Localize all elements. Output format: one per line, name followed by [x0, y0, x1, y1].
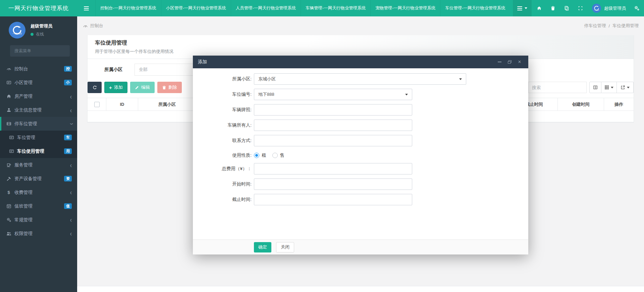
minimize-button[interactable] — [496, 58, 503, 66]
profile-status-text: 在线 — [36, 31, 44, 37]
tab-parking[interactable]: 车位管理-一网天行物业管理系统 — [440, 0, 510, 16]
tab-personnel[interactable]: 人员管理-一网天行物业管理系统 — [231, 0, 301, 16]
tab-pet[interactable]: 宠物管理-一网天行物业管理系统 — [370, 0, 440, 16]
usage-radio-rent-label[interactable]: 租 — [262, 152, 266, 158]
sidebar-item-dashboard[interactable]: 控制台 控 — [0, 62, 77, 76]
chevron-left-icon: ‹ — [70, 93, 72, 100]
clear-cache-button[interactable] — [546, 0, 560, 16]
owner-input[interactable] — [254, 120, 412, 131]
select-all-checkbox[interactable] — [94, 102, 100, 107]
start-time-input[interactable] — [254, 178, 412, 190]
sidebar-profile: 超级管理员 在线 — [0, 16, 77, 43]
confirm-button[interactable]: 确定 — [254, 242, 271, 252]
list-icon — [593, 85, 598, 90]
contact-input[interactable] — [254, 135, 412, 146]
sidebar-toggle-button[interactable] — [77, 0, 95, 16]
tab-vehicle[interactable]: 车辆管理-一网天行物业管理系统 — [301, 0, 370, 16]
breadcrumb-separator: / — [608, 23, 610, 28]
column-id[interactable]: ID — [106, 98, 138, 111]
dialog-titlebar[interactable]: 添加 × — [193, 56, 528, 68]
profile-name: 超级管理员 — [31, 23, 52, 29]
card-icon — [9, 135, 14, 140]
usage-radio-rent[interactable] — [254, 153, 259, 158]
tab-community[interactable]: 小区管理-一网天行物业管理系统 — [161, 0, 231, 16]
column-community[interactable]: 所属小区 — [138, 98, 196, 111]
open-tabs-bar: 控制台-一网天行物业管理系统 小区管理-一网天行物业管理系统 人员管理-一网天行… — [95, 0, 510, 16]
add-button[interactable]: + 添加 — [104, 82, 127, 93]
settings-button[interactable] — [629, 0, 644, 16]
plate-input[interactable] — [254, 104, 412, 116]
card-icon — [9, 149, 14, 154]
sidebar-item-general[interactable]: 常规管理 ‹ — [0, 213, 77, 227]
community-select[interactable]: 东城小区 — [254, 73, 466, 85]
user-icon — [6, 107, 11, 113]
caret-down-icon — [627, 87, 630, 88]
document-icon — [564, 6, 569, 11]
expand-icon — [578, 6, 583, 11]
app-root: 一网天行物业管理系统 控制台-一网天行物业管理系统 小区管理-一网天行物业管理系… — [0, 0, 644, 292]
home-button[interactable] — [532, 0, 546, 16]
sidebar-item-label: 资产设备管理 — [14, 176, 64, 182]
detail-view-button[interactable] — [589, 82, 601, 93]
sidebar-item-label: 小区管理 — [14, 80, 64, 86]
sidebar-item-label: 服务管理 — [14, 162, 70, 168]
breadcrumb-home[interactable]: 控制台 — [90, 23, 103, 29]
top-navbar: 一网天行物业管理系统 控制台-一网天行物业管理系统 小区管理-一网天行物业管理系… — [0, 0, 644, 16]
maximize-button[interactable] — [506, 58, 513, 66]
table-search-input[interactable] — [528, 82, 587, 93]
sidebar-item-duty[interactable]: 值班管理 值 — [0, 199, 77, 213]
breadcrumb-right: 停车位管理 / 车位使用管理 — [584, 23, 639, 29]
refresh-button[interactable] — [88, 82, 102, 93]
field-label-owner: 车辆所有人: — [193, 122, 252, 128]
close-button[interactable]: × — [516, 58, 523, 66]
gears-icon — [6, 217, 11, 222]
sidebar-item-label: 常规管理 — [14, 217, 70, 223]
user-menu[interactable]: 超级管理员 — [592, 4, 626, 13]
column-created-time[interactable]: 创建时间 — [557, 98, 604, 111]
end-time-input[interactable] — [254, 194, 412, 205]
sidebar-item-parking-usage[interactable]: 车位使用管理 用 — [0, 144, 77, 158]
delete-button[interactable]: 删除 — [157, 82, 182, 93]
table-tools-right — [528, 82, 634, 93]
edit-button[interactable]: 编辑 — [130, 82, 155, 93]
menu-search-box — [10, 45, 70, 57]
sidebar-item-permissions[interactable]: 权限管理 ‹ — [0, 227, 77, 240]
field-label-usage: 使用性质: — [193, 152, 252, 158]
usage-radio-sell[interactable] — [272, 153, 278, 158]
sidebar-item-assets[interactable]: 资产设备管理 资 — [0, 172, 77, 186]
column-actions[interactable]: 操作 — [604, 98, 634, 111]
profile-avatar[interactable] — [9, 22, 25, 39]
sidebar-item-parking-space[interactable]: 车位管理 车 — [0, 131, 77, 144]
tabs-menu-button[interactable] — [513, 0, 532, 16]
caret-down-icon — [611, 87, 613, 88]
sidebar-item-label: 车位管理 — [17, 135, 64, 141]
breadcrumb-parent[interactable]: 停车位管理 — [584, 23, 606, 29]
sidebar-item-property[interactable]: 房产管理 ‹ — [0, 89, 77, 103]
fullscreen-button[interactable] — [574, 0, 587, 16]
usage-radio-sell-label[interactable]: 售 — [280, 152, 285, 158]
trash-icon — [550, 6, 555, 11]
dialog-close-button[interactable]: 关闭 — [276, 242, 294, 252]
online-dot-icon — [31, 33, 34, 36]
dialog-body: 所属小区: 东城小区 车位编号: 地下888 车辆牌照: 车辆所有人: — [193, 68, 528, 239]
breadcrumb-current: 车位使用管理 — [612, 23, 639, 29]
space-no-select[interactable]: 地下888 — [254, 89, 412, 100]
user-avatar — [592, 4, 601, 13]
gauge-icon — [83, 23, 88, 28]
columns-button[interactable] — [601, 82, 617, 93]
caret-down-icon — [405, 94, 408, 95]
log-button[interactable] — [560, 0, 574, 16]
total-fee-input[interactable] — [254, 163, 412, 174]
tab-dashboard[interactable]: 控制台-一网天行物业管理系统 — [95, 0, 161, 16]
sidebar-item-owner-info[interactable]: 业主信息管理 ‹ — [0, 103, 77, 117]
sidebar-item-fees[interactable]: $ 收费管理 ‹ — [0, 186, 77, 199]
sidebar-item-community[interactable]: 小区管理 小 — [0, 76, 77, 89]
sidebar-item-service[interactable]: 服务管理 ‹ — [0, 158, 77, 172]
view-button-group — [589, 82, 634, 93]
home-icon — [6, 94, 11, 99]
field-label-total-fee: 总费用（¥）： — [193, 166, 252, 172]
delete-button-label: 删除 — [168, 84, 177, 90]
sidebar-item-parking-management[interactable]: 停车位管理 ‹ — [0, 117, 77, 131]
export-button[interactable] — [617, 82, 634, 93]
menu-search-input[interactable] — [14, 48, 69, 54]
